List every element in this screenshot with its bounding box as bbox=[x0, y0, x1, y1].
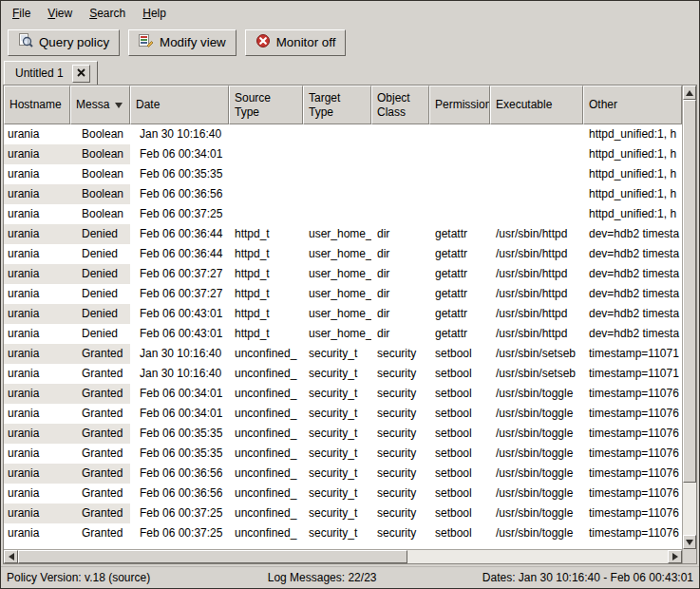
scroll-right-button[interactable] bbox=[668, 550, 682, 563]
cell-executable bbox=[490, 204, 583, 224]
cell-executable: /usr/sbin/httpd bbox=[490, 324, 583, 344]
cell-permission bbox=[429, 184, 490, 204]
column-header-executable[interactable]: Executable bbox=[490, 86, 583, 124]
scroll-down-button[interactable] bbox=[683, 535, 696, 549]
cell-other: timestamp=11076 bbox=[583, 424, 682, 444]
scroll-up-button[interactable] bbox=[683, 86, 696, 100]
cell-other: timestamp=11071 bbox=[583, 364, 682, 384]
tab-untitled-1[interactable]: Untitled 1 bbox=[4, 61, 98, 85]
cell-target-type: user_home_ bbox=[303, 264, 371, 284]
column-header-message[interactable]: Messa bbox=[70, 86, 130, 124]
query-policy-button[interactable]: Query policy bbox=[8, 29, 120, 56]
horizontal-scrollbar[interactable] bbox=[4, 549, 682, 563]
table-row[interactable]: urania Boolean Feb 06 00:35:35 httpd_uni… bbox=[4, 164, 682, 184]
cell-source-type: unconfined_ bbox=[229, 444, 303, 464]
column-header-hostname[interactable]: Hostname bbox=[4, 86, 70, 124]
cell-permission: setbool bbox=[429, 404, 490, 424]
column-header-source-type[interactable]: Source Type bbox=[229, 86, 303, 124]
cell-message: Denied bbox=[70, 244, 130, 264]
column-header-target-type[interactable]: Target Type bbox=[303, 86, 371, 124]
table-row[interactable]: urania Granted Feb 06 00:35:35 unconfine… bbox=[4, 444, 682, 464]
monitor-off-button[interactable]: Monitor off bbox=[245, 29, 347, 56]
table-row[interactable]: urania Granted Feb 06 00:35:35 unconfine… bbox=[4, 424, 682, 444]
cell-target-type bbox=[303, 164, 371, 184]
table-row[interactable]: urania Boolean Feb 06 00:34:01 httpd_uni… bbox=[4, 144, 682, 164]
table-row[interactable]: urania Denied Feb 06 00:43:01 httpd_t us… bbox=[4, 304, 682, 324]
table-row[interactable]: urania Granted Feb 06 00:36:56 unconfine… bbox=[4, 464, 682, 484]
table-row[interactable]: urania Boolean Jan 30 10:16:40 httpd_uni… bbox=[4, 124, 682, 144]
cell-other: httpd_unified:1, h bbox=[583, 204, 682, 224]
table-row[interactable]: urania Denied Feb 06 00:37:27 httpd_t us… bbox=[4, 264, 682, 284]
cell-other: dev=hdb2 timesta bbox=[583, 284, 682, 304]
tab-close-button[interactable] bbox=[72, 65, 90, 83]
menu-file[interactable]: File bbox=[4, 3, 39, 24]
table-row[interactable]: urania Granted Jan 30 10:16:40 unconfine… bbox=[4, 364, 682, 384]
cell-target-type: security_t bbox=[303, 444, 371, 464]
cell-executable: /usr/sbin/toggle bbox=[490, 424, 583, 444]
cell-executable: /usr/sbin/httpd bbox=[490, 224, 583, 244]
table-row[interactable]: urania Granted Feb 06 00:37:25 unconfine… bbox=[4, 523, 682, 543]
cell-target-type: security_t bbox=[303, 404, 371, 424]
cell-target-type: security_t bbox=[303, 523, 371, 543]
menu-search-rest: earch bbox=[97, 7, 125, 20]
cell-executable: /usr/sbin/httpd bbox=[490, 264, 583, 284]
log-messages-status: Log Messages: 22/23 bbox=[268, 571, 433, 584]
cell-target-type: user_home_ bbox=[303, 284, 371, 304]
cell-message: Granted bbox=[70, 424, 130, 444]
cell-other: timestamp=11076 bbox=[583, 464, 682, 484]
table-row[interactable]: urania Granted Jan 30 10:16:40 unconfine… bbox=[4, 344, 682, 364]
cell-date: Feb 06 00:37:27 bbox=[130, 264, 229, 284]
vertical-scroll-thumb[interactable] bbox=[683, 100, 696, 483]
table-row[interactable]: urania Denied Feb 06 00:36:44 httpd_t us… bbox=[4, 224, 682, 244]
column-header-other[interactable]: Other bbox=[583, 86, 682, 124]
modify-view-button[interactable]: Modify view bbox=[128, 29, 236, 56]
horizontal-scroll-thumb[interactable] bbox=[18, 550, 407, 563]
column-header-object-class[interactable]: Object Class bbox=[371, 86, 429, 124]
cell-other: timestamp=11076 bbox=[583, 384, 682, 404]
cell-other: dev=hdb2 timesta bbox=[583, 324, 682, 344]
cell-object-class: dir bbox=[371, 244, 429, 264]
cell-message: Denied bbox=[70, 224, 130, 244]
column-header-date[interactable]: Date bbox=[130, 86, 229, 124]
column-label: Hostname bbox=[9, 98, 62, 112]
cell-hostname: urania bbox=[4, 523, 70, 543]
vertical-scrollbar[interactable] bbox=[682, 86, 696, 563]
cell-permission: getattr bbox=[429, 224, 490, 244]
cell-hostname: urania bbox=[4, 404, 70, 424]
cell-target-type: user_home_ bbox=[303, 224, 371, 244]
table-row[interactable]: urania Denied Feb 06 00:43:01 httpd_t us… bbox=[4, 324, 682, 344]
cell-executable: /usr/sbin/toggle bbox=[490, 404, 583, 424]
table-row[interactable]: urania Boolean Feb 06 00:37:25 httpd_uni… bbox=[4, 204, 682, 224]
table-row[interactable]: urania Granted Feb 06 00:36:56 unconfine… bbox=[4, 484, 682, 504]
table-row[interactable]: urania Boolean Feb 06 00:36:56 httpd_uni… bbox=[4, 184, 682, 204]
cell-date: Jan 30 10:16:40 bbox=[130, 364, 229, 384]
table-row[interactable]: urania Granted Feb 06 00:37:25 unconfine… bbox=[4, 504, 682, 523]
vertical-scroll-track[interactable] bbox=[683, 100, 696, 535]
table-row[interactable]: urania Granted Feb 06 00:34:01 unconfine… bbox=[4, 384, 682, 404]
cell-source-type bbox=[229, 124, 303, 144]
menu-help[interactable]: Help bbox=[134, 3, 175, 24]
menu-view[interactable]: View bbox=[39, 3, 81, 24]
cell-permission: setbool bbox=[429, 484, 490, 504]
cell-hostname: urania bbox=[4, 344, 70, 364]
cell-permission: setbool bbox=[429, 523, 490, 543]
cell-object-class bbox=[371, 204, 429, 224]
cell-object-class bbox=[371, 164, 429, 184]
table-row[interactable]: urania Denied Feb 06 00:36:44 httpd_t us… bbox=[4, 244, 682, 264]
cell-hostname: urania bbox=[4, 464, 70, 484]
table-row[interactable]: urania Granted Feb 06 00:34:01 unconfine… bbox=[4, 404, 682, 424]
cell-other: dev=hdb2 timesta bbox=[583, 304, 682, 324]
cell-message: Granted bbox=[70, 384, 130, 404]
scroll-left-button[interactable] bbox=[4, 550, 18, 563]
horizontal-scroll-track[interactable] bbox=[18, 550, 668, 563]
table-body: urania Boolean Jan 30 10:16:40 httpd_uni… bbox=[4, 124, 682, 549]
cell-date: Feb 06 00:36:44 bbox=[130, 244, 229, 264]
menu-search[interactable]: Search bbox=[81, 3, 134, 24]
column-label: Executable bbox=[496, 98, 552, 112]
table-row[interactable]: urania Denied Feb 06 00:37:27 httpd_t us… bbox=[4, 284, 682, 304]
cell-executable: /usr/sbin/toggle bbox=[490, 444, 583, 464]
cell-object-class: dir bbox=[371, 264, 429, 284]
cell-executable bbox=[490, 184, 583, 204]
cell-executable: /usr/sbin/setseb bbox=[490, 344, 583, 364]
column-header-permission[interactable]: Permission bbox=[429, 86, 490, 124]
